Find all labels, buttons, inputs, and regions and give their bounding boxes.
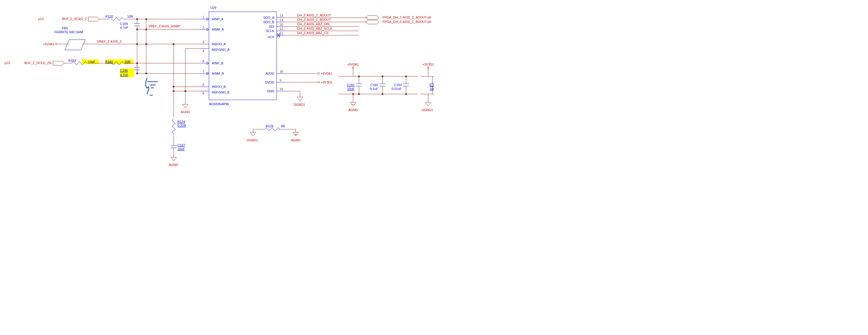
svg-text:C193: C193 xyxy=(394,83,402,87)
svg-point-179 xyxy=(382,75,383,77)
svg-text:+5V0A1: +5V0A1 xyxy=(43,42,55,46)
svg-text:AINP_B: AINP_B xyxy=(212,61,223,65)
svg-text:C194: C194 xyxy=(430,83,434,87)
svg-text:+5V0A1: +5V0A1 xyxy=(347,63,359,66)
schematic-canvas: U29 ADS8354IPW 1 AINP_A 2 AINM_A 3 REFIO… xyxy=(0,0,434,168)
svg-point-82 xyxy=(145,29,147,30)
svg-text:AGND: AGND xyxy=(348,108,358,112)
svg-text:AVDD: AVDD xyxy=(266,72,274,75)
svg-text:nCS: nCS xyxy=(268,35,274,39)
svg-text:7: 7 xyxy=(203,70,204,73)
svg-text:C192: C192 xyxy=(370,83,378,87)
svg-text:SDO_B: SDO_B xyxy=(264,20,274,24)
svg-text:DH_Z-AXIS_ABZ_CS: DH_Z-AXIS_ABZ_CS xyxy=(297,31,329,35)
svg-text:DH_Z-AXIS_ABZ_DIN: DH_Z-AXIS_ABZ_DIN xyxy=(297,22,330,26)
svg-point-106 xyxy=(136,73,138,74)
svg-text:C189: C189 xyxy=(120,22,128,26)
svg-text:16: 16 xyxy=(280,70,283,73)
svg-text:AINP_A: AINP_A xyxy=(212,17,224,21)
svg-text:0R: 0R xyxy=(281,124,285,128)
svg-point-111 xyxy=(185,90,186,92)
svg-point-107 xyxy=(145,73,147,74)
svg-text:BUF_Z_SCED_Z: BUF_Z_SCED_Z xyxy=(62,17,87,21)
svg-text:10: 10 xyxy=(280,23,283,26)
svg-text:0.22R: 0.22R xyxy=(178,124,186,127)
svg-text:12: 12 xyxy=(280,27,283,31)
svg-text:REFIO_B: REFIO_B xyxy=(212,85,226,89)
svg-text:13: 13 xyxy=(280,14,283,17)
svg-text:9: 9 xyxy=(280,78,281,82)
ic-ref: U29 xyxy=(210,6,216,9)
svg-text:AINM_A: AINM_A xyxy=(212,28,224,31)
svg-point-172 xyxy=(358,93,360,95)
svg-text:p13: p13 xyxy=(4,61,10,65)
svg-point-192 xyxy=(352,93,354,95)
svg-text:1: 1 xyxy=(203,15,204,19)
svg-text:FPGA_DH_Z-AXIS_Z_BDOUT: FPGA_DH_Z-AXIS_Z_BDOUT xyxy=(382,20,427,24)
svg-text:4.7nF: 4.7nF xyxy=(120,26,128,29)
svg-text:FERRITE 600 OHM: FERRITE 600 OHM xyxy=(55,30,83,34)
svg-text:4.7nF: 4.7nF xyxy=(120,73,128,77)
svg-text:R333: R333 xyxy=(68,59,76,62)
svg-point-180 xyxy=(382,93,383,95)
svg-text:VREF_Z-AXIS_AINM*: VREF_Z-AXIS_AINM* xyxy=(148,24,181,28)
svg-text:DGND1: DGND1 xyxy=(247,138,258,142)
svg-text:DH_Z-AXIS_Z_ADOUT: DH_Z-AXIS_Z_ADOUT xyxy=(297,13,331,17)
svg-text:AGND: AGND xyxy=(169,163,178,167)
svg-text:14: 14 xyxy=(280,18,283,22)
svg-text:C191: C191 xyxy=(347,83,354,87)
svg-text:REFIO_A: REFIO_A xyxy=(212,42,226,46)
svg-text:0.01uF: 0.01uF xyxy=(392,87,402,91)
svg-text:10uF: 10uF xyxy=(430,87,434,91)
svg-text:10R: 10R xyxy=(124,60,130,64)
svg-text:C197: C197 xyxy=(178,143,185,147)
svg-text:AGND: AGND xyxy=(291,138,301,142)
svg-text:SDO_A: SDO_A xyxy=(264,16,275,20)
svg-text:R125: R125 xyxy=(266,124,273,128)
svg-point-171 xyxy=(358,75,360,77)
ic-part: ADS8354IPW xyxy=(209,102,229,106)
svg-text:BUF_Z_SCED_ZN: BUF_Z_SCED_ZN xyxy=(24,61,52,65)
svg-text:+3V3D1: +3V3D1 xyxy=(422,63,434,66)
svg-text:5: 5 xyxy=(203,92,204,95)
svg-text:C190: C190 xyxy=(120,69,128,72)
svg-text:+5V0A1: +5V0A1 xyxy=(321,72,332,75)
svg-text:p6: p6 xyxy=(428,15,431,19)
svg-text:3: 3 xyxy=(203,40,204,44)
svg-text:FPGA_DH_Z-AXIS_Z_ADOUT: FPGA_DH_Z-AXIS_Z_ADOUT xyxy=(382,15,427,19)
svg-text:GND: GND xyxy=(267,89,275,93)
svg-rect-1 xyxy=(0,0,434,168)
svg-text:R120: R120 xyxy=(105,15,113,18)
svg-text:p13: p13 xyxy=(38,17,43,21)
svg-text:2: 2 xyxy=(203,26,204,29)
svg-text:SCLK: SCLK xyxy=(266,29,274,33)
svg-text:0.1uF: 0.1uF xyxy=(370,87,378,91)
svg-text:10uF: 10uF xyxy=(347,87,354,91)
svg-text:AGND: AGND xyxy=(181,110,190,114)
svg-text:10uF: 10uF xyxy=(178,147,185,151)
svg-text:DGND1: DGND1 xyxy=(293,103,305,106)
svg-point-187 xyxy=(405,75,407,77)
svg-text:REFGND_B: REFGND_B xyxy=(212,91,229,94)
svg-text:8: 8 xyxy=(203,59,204,63)
svg-text:p6: p6 xyxy=(428,20,431,24)
svg-point-188 xyxy=(405,93,407,95)
svg-text:+3V3D1: +3V3D1 xyxy=(321,80,333,84)
svg-text:AINM_B: AINM_B xyxy=(212,72,224,75)
svg-text:11: 11 xyxy=(280,31,283,35)
svg-text:R124: R124 xyxy=(178,120,185,124)
svg-text:15: 15 xyxy=(280,87,283,91)
svg-text:SDI: SDI xyxy=(269,25,274,28)
svg-text:10R: 10R xyxy=(127,15,133,18)
svg-text:DVDD: DVDD xyxy=(265,80,274,84)
svg-text:R121: R121 xyxy=(105,60,113,64)
svg-text:DH_Z-AXIS_Z_BDOUT: DH_Z-AXIS_Z_BDOUT xyxy=(297,18,331,22)
svg-text:6: 6 xyxy=(203,83,204,87)
svg-text:DH_Z-AXIS_ABZ_SCLK: DH_Z-AXIS_ABZ_SCLK xyxy=(297,27,333,30)
svg-text:4: 4 xyxy=(203,49,204,53)
svg-text:REFGND_A: REFGND_A xyxy=(212,48,230,52)
svg-text:DGND1: DGND1 xyxy=(422,108,433,112)
svg-text:FB9: FB9 xyxy=(62,27,68,30)
svg-text:VREF_Z-AXIS_Z: VREF_Z-AXIS_Z xyxy=(97,40,122,43)
